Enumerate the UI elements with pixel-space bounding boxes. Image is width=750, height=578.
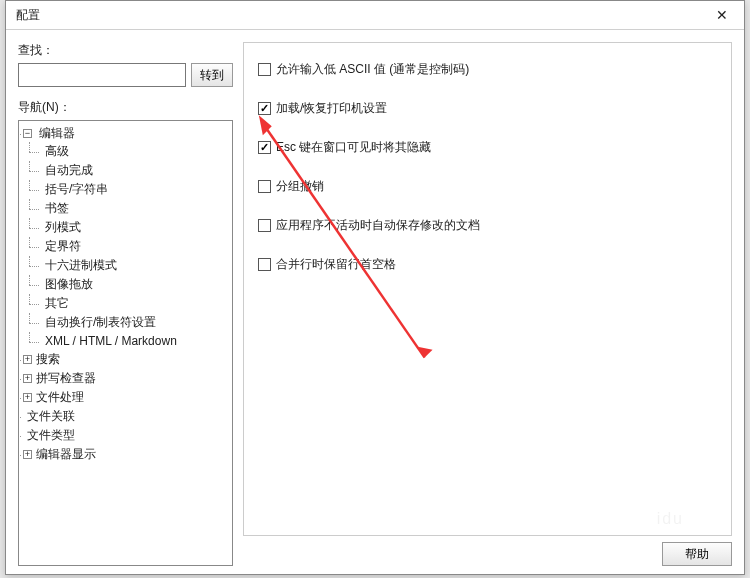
option-label: 分组撤销 (276, 178, 324, 195)
go-button[interactable]: 转到 (191, 63, 233, 87)
tree-leaf[interactable]: 十六进制模式 (45, 258, 117, 272)
tree-node-editor[interactable]: 编辑器 (39, 126, 75, 140)
option-label: 合并行时保留行首空格 (276, 256, 396, 273)
options-panel: 允许输入低 ASCII 值 (通常是控制码) 加载/恢复打印机设置 Esc 键在… (243, 42, 732, 536)
expand-icon[interactable]: + (23, 355, 32, 364)
tree-node[interactable]: 文件关联 (27, 409, 75, 423)
tree-node[interactable]: 文件处理 (36, 390, 84, 404)
tree-leaf[interactable]: 自动完成 (45, 163, 93, 177)
checkbox[interactable] (258, 219, 271, 232)
checkbox[interactable] (258, 63, 271, 76)
tree-leaf[interactable]: 高级 (45, 144, 69, 158)
option-label: 允许输入低 ASCII 值 (通常是控制码) (276, 61, 469, 78)
tree-leaf[interactable]: 书签 (45, 201, 69, 215)
close-button[interactable]: ✕ (699, 1, 744, 29)
window-title: 配置 (16, 7, 699, 24)
tree-node[interactable]: 编辑器显示 (36, 447, 96, 461)
tree-leaf[interactable]: 列模式 (45, 220, 81, 234)
close-icon: ✕ (716, 7, 728, 23)
option-label: Esc 键在窗口可见时将其隐藏 (276, 139, 431, 156)
tree-leaf[interactable]: 自动换行/制表符设置 (45, 315, 156, 329)
tree-leaf[interactable]: 其它 (45, 296, 69, 310)
tree-leaf[interactable]: 括号/字符串 (45, 182, 108, 196)
expand-icon[interactable]: − (23, 129, 32, 138)
find-label: 查找： (18, 42, 233, 59)
tree-node[interactable]: 文件类型 (27, 428, 75, 442)
tree-leaf[interactable]: XML / HTML / Markdown (45, 334, 177, 348)
expand-icon[interactable]: + (23, 393, 32, 402)
option-label: 应用程序不活动时自动保存修改的文档 (276, 217, 480, 234)
nav-tree[interactable]: − 编辑器 高级 自动完成 括号/字符串 书签 列模式 定界符 十六进制模式 图… (18, 120, 233, 566)
checkbox[interactable] (258, 180, 271, 193)
tree-leaf[interactable]: 定界符 (45, 239, 81, 253)
tree-node[interactable]: 拼写检查器 (36, 371, 96, 385)
help-button[interactable]: 帮助 (662, 542, 732, 566)
nav-label: 导航(N)： (18, 99, 233, 116)
expand-icon[interactable]: + (23, 450, 32, 459)
checkbox[interactable] (258, 258, 271, 271)
titlebar: 配置 ✕ (6, 1, 744, 30)
checkbox[interactable] (258, 141, 271, 154)
config-dialog: 配置 ✕ 查找： 转到 导航(N)： − 编辑器 高级 (5, 0, 745, 575)
tree-leaf[interactable]: 图像拖放 (45, 277, 93, 291)
expand-icon[interactable]: + (23, 374, 32, 383)
option-label: 加载/恢复打印机设置 (276, 100, 387, 117)
find-input[interactable] (18, 63, 186, 87)
tree-node[interactable]: 搜索 (36, 352, 60, 366)
checkbox[interactable] (258, 102, 271, 115)
